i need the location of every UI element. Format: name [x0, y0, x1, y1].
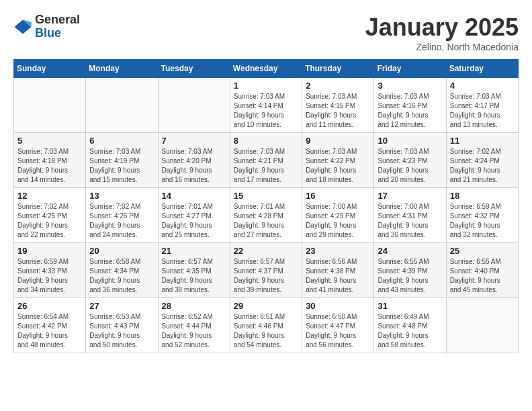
calendar-day-cell [446, 298, 518, 353]
calendar-day-cell: 14Sunrise: 7:01 AM Sunset: 4:27 PM Dayli… [158, 188, 230, 243]
calendar-day-cell: 19Sunrise: 6:59 AM Sunset: 4:33 PM Dayli… [14, 243, 86, 298]
calendar-week-row: 19Sunrise: 6:59 AM Sunset: 4:33 PM Dayli… [14, 243, 519, 298]
calendar-day-cell: 11Sunrise: 7:02 AM Sunset: 4:24 PM Dayli… [446, 133, 518, 188]
calendar-day-cell [86, 78, 158, 133]
day-info: Sunrise: 7:00 AM Sunset: 4:29 PM Dayligh… [306, 202, 370, 240]
location-subtitle: Zelino, North Macedonia [365, 42, 519, 52]
weekday-header-sunday: Sunday [14, 60, 86, 78]
calendar-day-cell: 1Sunrise: 7:03 AM Sunset: 4:14 PM Daylig… [230, 78, 302, 133]
day-info: Sunrise: 6:57 AM Sunset: 4:35 PM Dayligh… [162, 257, 226, 295]
day-number: 6 [89, 136, 154, 146]
calendar-day-cell: 2Sunrise: 7:03 AM Sunset: 4:15 PM Daylig… [302, 78, 374, 133]
day-number: 4 [450, 81, 515, 91]
day-info: Sunrise: 7:00 AM Sunset: 4:31 PM Dayligh… [378, 202, 442, 240]
day-info: Sunrise: 6:57 AM Sunset: 4:37 PM Dayligh… [234, 257, 298, 295]
day-number: 9 [306, 136, 370, 146]
day-info: Sunrise: 6:55 AM Sunset: 4:40 PM Dayligh… [450, 257, 515, 295]
day-info: Sunrise: 6:52 AM Sunset: 4:44 PM Dayligh… [162, 312, 226, 350]
calendar-day-cell: 8Sunrise: 7:03 AM Sunset: 4:21 PM Daylig… [230, 133, 302, 188]
calendar-day-cell: 29Sunrise: 6:51 AM Sunset: 4:46 PM Dayli… [230, 298, 302, 353]
calendar-day-cell: 9Sunrise: 7:03 AM Sunset: 4:22 PM Daylig… [302, 133, 374, 188]
weekday-header-thursday: Thursday [302, 60, 374, 78]
day-info: Sunrise: 7:03 AM Sunset: 4:20 PM Dayligh… [162, 147, 226, 185]
day-number: 12 [17, 191, 82, 201]
calendar-week-row: 1Sunrise: 7:03 AM Sunset: 4:14 PM Daylig… [14, 78, 519, 133]
day-info: Sunrise: 7:03 AM Sunset: 4:22 PM Dayligh… [306, 147, 370, 185]
calendar-day-cell: 6Sunrise: 7:03 AM Sunset: 4:19 PM Daylig… [86, 133, 158, 188]
logo-blue: Blue [35, 27, 80, 40]
day-info: Sunrise: 6:56 AM Sunset: 4:38 PM Dayligh… [306, 257, 370, 295]
weekday-header-tuesday: Tuesday [158, 60, 230, 78]
day-number: 23 [306, 246, 370, 256]
day-number: 27 [89, 301, 154, 311]
day-info: Sunrise: 6:58 AM Sunset: 4:34 PM Dayligh… [89, 257, 154, 295]
logo-icon [13, 17, 32, 36]
day-info: Sunrise: 7:03 AM Sunset: 4:17 PM Dayligh… [450, 92, 515, 130]
day-info: Sunrise: 7:03 AM Sunset: 4:14 PM Dayligh… [234, 92, 298, 130]
calendar-day-cell: 23Sunrise: 6:56 AM Sunset: 4:38 PM Dayli… [302, 243, 374, 298]
calendar-day-cell [14, 78, 86, 133]
day-info: Sunrise: 7:03 AM Sunset: 4:21 PM Dayligh… [234, 147, 298, 185]
day-number: 1 [234, 81, 298, 91]
day-number: 3 [378, 81, 442, 91]
day-info: Sunrise: 6:59 AM Sunset: 4:32 PM Dayligh… [450, 202, 515, 240]
calendar-day-cell: 20Sunrise: 6:58 AM Sunset: 4:34 PM Dayli… [86, 243, 158, 298]
calendar-day-cell: 26Sunrise: 6:54 AM Sunset: 4:42 PM Dayli… [14, 298, 86, 353]
day-info: Sunrise: 6:55 AM Sunset: 4:39 PM Dayligh… [378, 257, 442, 295]
day-info: Sunrise: 7:03 AM Sunset: 4:16 PM Dayligh… [378, 92, 442, 130]
calendar-day-cell: 3Sunrise: 7:03 AM Sunset: 4:16 PM Daylig… [374, 78, 446, 133]
calendar-day-cell: 16Sunrise: 7:00 AM Sunset: 4:29 PM Dayli… [302, 188, 374, 243]
day-number: 8 [234, 136, 298, 146]
day-number: 13 [89, 191, 154, 201]
day-number: 10 [378, 136, 442, 146]
day-info: Sunrise: 6:53 AM Sunset: 4:43 PM Dayligh… [89, 312, 154, 350]
calendar-day-cell: 22Sunrise: 6:57 AM Sunset: 4:37 PM Dayli… [230, 243, 302, 298]
day-number: 29 [234, 301, 298, 311]
logo: General Blue [13, 13, 80, 40]
day-info: Sunrise: 7:03 AM Sunset: 4:19 PM Dayligh… [89, 147, 154, 185]
calendar-day-cell: 27Sunrise: 6:53 AM Sunset: 4:43 PM Dayli… [86, 298, 158, 353]
title-section: January 2025 Zelino, North Macedonia [365, 13, 519, 52]
day-number: 25 [450, 246, 515, 256]
calendar-day-cell: 24Sunrise: 6:55 AM Sunset: 4:39 PM Dayli… [374, 243, 446, 298]
calendar-day-cell: 17Sunrise: 7:00 AM Sunset: 4:31 PM Dayli… [374, 188, 446, 243]
day-number: 21 [162, 246, 226, 256]
calendar-day-cell: 25Sunrise: 6:55 AM Sunset: 4:40 PM Dayli… [446, 243, 518, 298]
weekday-header-row: SundayMondayTuesdayWednesdayThursdayFrid… [14, 60, 519, 78]
day-number: 31 [378, 301, 442, 311]
day-number: 22 [234, 246, 298, 256]
day-number: 18 [450, 191, 515, 201]
calendar-day-cell: 28Sunrise: 6:52 AM Sunset: 4:44 PM Dayli… [158, 298, 230, 353]
day-number: 7 [162, 136, 226, 146]
page-header: General Blue January 2025 Zelino, North … [13, 13, 519, 52]
day-info: Sunrise: 7:03 AM Sunset: 4:23 PM Dayligh… [378, 147, 442, 185]
day-number: 26 [17, 301, 82, 311]
day-number: 14 [162, 191, 226, 201]
day-number: 16 [306, 191, 370, 201]
day-number: 24 [378, 246, 442, 256]
day-info: Sunrise: 6:51 AM Sunset: 4:46 PM Dayligh… [234, 312, 298, 350]
day-number: 11 [450, 136, 515, 146]
calendar-day-cell: 13Sunrise: 7:02 AM Sunset: 4:26 PM Dayli… [86, 188, 158, 243]
calendar-table: SundayMondayTuesdayWednesdayThursdayFrid… [13, 59, 519, 353]
calendar-day-cell [158, 78, 230, 133]
day-info: Sunrise: 6:50 AM Sunset: 4:47 PM Dayligh… [306, 312, 370, 350]
weekday-header-saturday: Saturday [446, 60, 518, 78]
day-number: 28 [162, 301, 226, 311]
day-info: Sunrise: 6:54 AM Sunset: 4:42 PM Dayligh… [17, 312, 82, 350]
day-info: Sunrise: 7:03 AM Sunset: 4:15 PM Dayligh… [306, 92, 370, 130]
day-number: 5 [17, 136, 82, 146]
weekday-header-friday: Friday [374, 60, 446, 78]
calendar-day-cell: 5Sunrise: 7:03 AM Sunset: 4:18 PM Daylig… [14, 133, 86, 188]
calendar-day-cell: 10Sunrise: 7:03 AM Sunset: 4:23 PM Dayli… [374, 133, 446, 188]
day-number: 2 [306, 81, 370, 91]
calendar-week-row: 5Sunrise: 7:03 AM Sunset: 4:18 PM Daylig… [14, 133, 519, 188]
calendar-week-row: 12Sunrise: 7:02 AM Sunset: 4:25 PM Dayli… [14, 188, 519, 243]
day-number: 17 [378, 191, 442, 201]
weekday-header-wednesday: Wednesday [230, 60, 302, 78]
calendar-day-cell: 30Sunrise: 6:50 AM Sunset: 4:47 PM Dayli… [302, 298, 374, 353]
day-info: Sunrise: 7:01 AM Sunset: 4:27 PM Dayligh… [162, 202, 226, 240]
calendar-day-cell: 12Sunrise: 7:02 AM Sunset: 4:25 PM Dayli… [14, 188, 86, 243]
day-info: Sunrise: 6:59 AM Sunset: 4:33 PM Dayligh… [17, 257, 82, 295]
day-info: Sunrise: 7:01 AM Sunset: 4:28 PM Dayligh… [234, 202, 298, 240]
